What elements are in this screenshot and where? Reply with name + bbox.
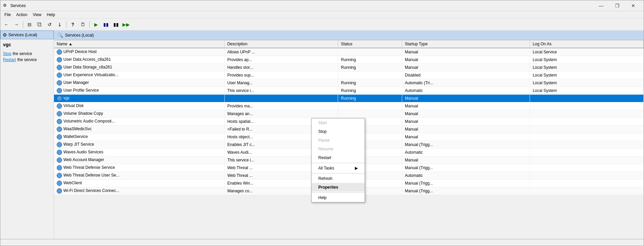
table-row[interactable]: Volume Shadow CopyManages an...Manual [54,110,644,118]
restart-line: Restart the service [3,57,51,62]
stop-line: Stop the service [3,51,51,56]
service-startup-cell: Automatic [402,149,530,156]
refresh-toolbar-button[interactable]: ↺ [45,20,54,29]
table-row[interactable]: User Profile ServiceThis service i...Run… [54,87,644,95]
service-icon [57,181,62,186]
service-desc-cell: User Manag... [224,79,338,87]
service-startup-cell: Manual (Trigg... [402,187,530,195]
copy-button[interactable]: ⿻ [35,20,44,29]
table-row[interactable]: User Data Storage_c8a261Handles stor...R… [54,64,644,71]
service-startup-cell: Manual [402,156,530,164]
service-startup-cell: Manual [402,118,530,126]
left-panel: ⚙ Services (Local) vgc Stop the service … [0,31,54,239]
service-desc-cell: Provides ma... [224,102,338,110]
ctx-restart[interactable]: Restart [312,153,365,162]
show-hide-button[interactable]: ⊟ [25,20,34,29]
service-startup-cell: Automatic [402,172,530,180]
close-button[interactable]: ✕ [626,1,641,11]
ctx-properties[interactable]: Properties [312,183,365,192]
service-name-cell: Web Account Manager [54,156,224,164]
menu-file[interactable]: File [2,12,13,18]
service-startup-cell: Manual [402,56,530,64]
stop-link[interactable]: Stop [3,51,11,56]
service-status-cell: Running [338,87,402,95]
context-menu-separator [312,163,365,163]
service-startup-cell: Manual (Trigg... [402,164,530,172]
minimize-button[interactable]: — [593,1,609,11]
service-startup-cell: Manual (Trigg... [402,141,530,149]
ctx-help[interactable]: Help [312,193,365,202]
restart-link[interactable]: Restart [3,57,16,62]
service-desc-cell [224,95,338,102]
stop-service-button[interactable]: ▮▮ [101,20,111,29]
export-button[interactable]: ⤓ [55,20,64,29]
menu-view[interactable]: View [30,12,44,18]
service-startup-cell: Automatic [402,87,530,95]
table-row[interactable]: User Data Access_c8a261Provides ap...Run… [54,56,644,64]
stop-text: the service [13,51,32,56]
service-startup-cell: Manual [402,133,530,141]
service-icon [57,49,62,55]
service-name-cell: Web Threat Defense User Se... [54,172,224,180]
back-button[interactable]: ← [2,20,11,29]
service-icon [57,188,62,194]
service-status-cell [338,48,402,56]
service-logon-cell [530,133,644,141]
start-service-button[interactable]: ▶ [91,20,101,29]
service-logon-cell [530,164,644,172]
service-name-cell: UPnP Device Host [54,48,224,56]
service-status-cell: Running [338,79,402,87]
left-content: vgc Stop the service Restart the service [0,39,54,66]
service-startup-cell: Manual [402,126,530,133]
table-row[interactable]: User ManagerUser Manag...RunningAutomati… [54,79,644,87]
service-name-cell: Virtual Disk [54,102,224,110]
table-row[interactable]: UPnP Device HostAllows UPnP ...ManualLoc… [54,48,644,56]
resume-service-button[interactable]: ▶▶ [121,20,131,29]
table-row[interactable]: User Experience Virtualizatio...Provides… [54,71,644,79]
service-logon-cell [530,102,644,110]
ctx-stop[interactable]: Stop [312,127,365,136]
service-startup-cell: Manual [402,64,530,71]
table-row[interactable]: Virtual DiskProvides ma...Manual [54,102,644,110]
service-logon-cell [530,149,644,156]
help-toolbar-button[interactable]: ? [68,20,77,29]
service-name-cell: User Data Access_c8a261 [54,56,224,64]
service-desc-cell: Manages an... [224,110,338,118]
forward-button[interactable]: → [12,20,21,29]
service-startup-cell: Manual [402,48,530,56]
col-header-name[interactable]: Name ▲ [54,40,224,48]
service-name-cell: Wi-Fi Direct Services Connec... [54,187,224,195]
service-startup-cell: Manual [402,95,530,102]
service-desc-cell: Provides ap... [224,56,338,64]
service-logon-cell: Local System [530,87,644,95]
col-header-description[interactable]: Description [224,40,338,48]
service-name-cell: Web Threat Defense Service [54,164,224,172]
service-logon-cell [530,180,644,187]
service-icon [57,88,62,93]
service-name-cell: Waves Audio Services [54,149,224,156]
maximize-button[interactable]: ❐ [609,1,625,11]
service-icon [57,173,62,178]
ctx-all-tasks[interactable]: All Tasks▶ [312,164,365,173]
col-header-logon[interactable]: Log On As [530,40,644,48]
service-logon-cell [530,95,644,102]
service-status-cell: Running [338,64,402,71]
pause-service-button[interactable]: ▮▮ [111,20,121,29]
col-header-startup[interactable]: Startup Type [402,40,530,48]
selected-service-title: vgc [3,42,51,47]
service-icon [57,96,62,101]
menu-help[interactable]: Help [44,12,58,18]
service-desc-cell: This service i... [224,87,338,95]
status-bar [0,239,644,246]
nav-services-local[interactable]: ⚙ Services (Local) [0,31,54,39]
col-header-status[interactable]: Status [338,40,402,48]
properties-toolbar-button[interactable]: 🗒 [78,20,88,29]
ctx-all-tasks-label: All Tasks [318,166,334,170]
menu-action[interactable]: Action [13,12,30,18]
service-icon [57,142,62,147]
service-name-cell: WalletService [54,133,224,141]
table-row[interactable]: vgcRunningManual [54,95,644,102]
toolbar-sep-1 [23,21,23,28]
ctx-refresh[interactable]: Refresh [312,174,365,183]
service-logon-cell: Local Service [530,48,644,56]
